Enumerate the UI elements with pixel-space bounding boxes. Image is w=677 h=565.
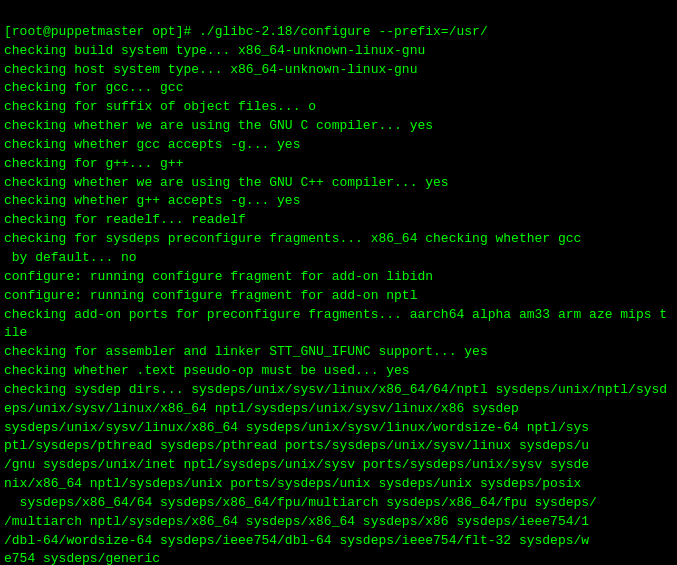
terminal-line: e754 sysdeps/generic [4, 550, 673, 565]
terminal-line: checking add-on ports for preconfigure f… [4, 306, 673, 344]
terminal-line: checking build system type... x86_64-unk… [4, 42, 673, 61]
terminal-line: checking whether .text pseudo-op must be… [4, 362, 673, 381]
terminal-line: checking sysdep dirs... sysdeps/unix/sys… [4, 381, 673, 419]
terminal-window: [root@puppetmaster opt]# ./glibc-2.18/co… [0, 0, 677, 565]
terminal-line: sysdeps/x86_64/64 sysdeps/x86_64/fpu/mul… [4, 494, 673, 513]
terminal-line: /multiarch nptl/sysdeps/x86_64 sysdeps/x… [4, 513, 673, 532]
terminal-line: checking for sysdeps preconfigure fragme… [4, 230, 673, 249]
terminal-line: checking whether gcc accepts -g... yes [4, 136, 673, 155]
terminal-line: configure: running configure fragment fo… [4, 268, 673, 287]
terminal-line: configure: running configure fragment fo… [4, 287, 673, 306]
terminal-line: ptl/sysdeps/pthread sysdeps/pthread port… [4, 437, 673, 456]
terminal-line: checking for g++... g++ [4, 155, 673, 174]
terminal-line: checking whether we are using the GNU C … [4, 117, 673, 136]
terminal-line: /dbl-64/wordsize-64 sysdeps/ieee754/dbl-… [4, 532, 673, 551]
terminal-line: checking for assembler and linker STT_GN… [4, 343, 673, 362]
terminal-line: [root@puppetmaster opt]# ./glibc-2.18/co… [4, 23, 673, 42]
terminal-line: sysdeps/unix/sysv/linux/x86_64 sysdeps/u… [4, 419, 673, 438]
terminal-line: nix/x86_64 nptl/sysdeps/unix ports/sysde… [4, 475, 673, 494]
terminal-line: checking whether we are using the GNU C+… [4, 174, 673, 193]
terminal-line: checking for suffix of object files... o [4, 98, 673, 117]
terminal-line: by default... no [4, 249, 673, 268]
terminal-line: checking for gcc... gcc [4, 79, 673, 98]
terminal-line: /gnu sysdeps/unix/inet nptl/sysdeps/unix… [4, 456, 673, 475]
terminal-line: checking host system type... x86_64-unkn… [4, 61, 673, 80]
terminal-line: checking for readelf... readelf [4, 211, 673, 230]
terminal-line: checking whether g++ accepts -g... yes [4, 192, 673, 211]
